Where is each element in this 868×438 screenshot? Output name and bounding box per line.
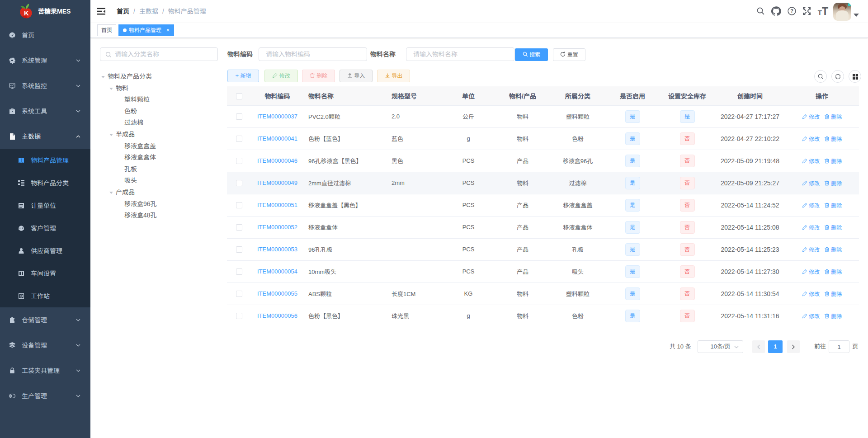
svg-text:K: K bbox=[24, 9, 29, 17]
svg-text:?: ? bbox=[790, 8, 793, 14]
